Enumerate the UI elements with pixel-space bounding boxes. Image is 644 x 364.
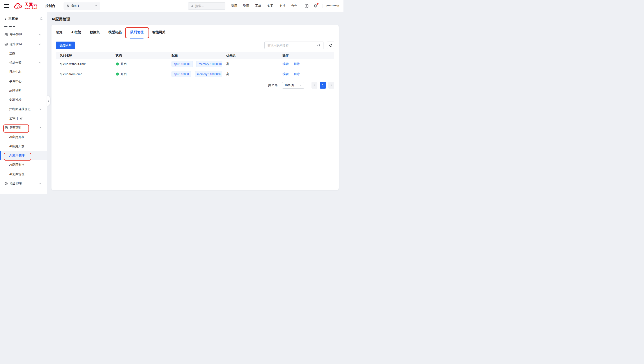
tab-overview[interactable]: 总览	[56, 25, 62, 38]
chevron-down-icon	[299, 84, 302, 87]
status-badge: 开启	[116, 62, 127, 66]
sidebar-item-label: AI套件管理	[9, 172, 24, 176]
svg-text:?: ?	[306, 5, 307, 7]
chevron-down-icon	[39, 108, 42, 111]
nav-item-filing[interactable]: 备案	[267, 4, 273, 8]
edit-link[interactable]: 编辑	[283, 62, 289, 66]
sidebar-item-label: 日志中心	[9, 70, 22, 74]
tab-model-artifacts[interactable]: 模型制品	[108, 25, 122, 38]
security-grid-icon	[5, 33, 8, 36]
sidebar-item-hybrid-deployment[interactable]: 混合部署	[0, 179, 47, 188]
main-content: AI应用管理 总览 AI框架 数据集 模型制品 队列管理 智能网关 创建队列	[47, 12, 343, 194]
sidebar-back-button[interactable]: 主菜单	[4, 16, 18, 21]
delete-link[interactable]: 删除	[294, 72, 300, 76]
username[interactable]: z********n	[326, 4, 339, 8]
console-link[interactable]: 控制台	[45, 4, 55, 8]
sidebar-item-log-center[interactable]: 日志中心	[0, 68, 47, 77]
quota-tag-memory: memory : 100000G	[196, 61, 222, 67]
next-page-button[interactable]	[328, 82, 334, 88]
nav-item-tickets[interactable]: 工单	[255, 4, 261, 8]
global-search[interactable]	[188, 2, 226, 10]
tab-ai-framework[interactable]: AI框架	[71, 25, 81, 38]
status-text: 开启	[120, 62, 127, 66]
sidebar-item-label: AI应用开发	[9, 144, 24, 148]
queue-table: 队列名称 状态 配额 优先级 操作 queue-without-limit 开启…	[56, 52, 334, 79]
col-status: 状态	[112, 54, 168, 58]
region-label: 华东1	[71, 4, 79, 8]
sidebar-item-ai-app-list[interactable]: AI应用列表	[0, 132, 47, 142]
hamburger-menu-icon[interactable]	[4, 4, 9, 8]
sidebar-item-metric-alerts[interactable]: 指标告警	[0, 58, 47, 68]
current-page-button[interactable]: 1	[320, 82, 326, 88]
col-queue-name: 队列名称	[56, 54, 112, 58]
pagination-total: 共 2 条	[268, 83, 278, 87]
tab-dataset[interactable]: 数据集	[90, 25, 100, 38]
ai-suite-icon	[5, 126, 8, 130]
external-link-icon	[20, 117, 23, 120]
sidebar-item-monitoring[interactable]: 监控	[0, 49, 47, 58]
chevron-up-icon	[39, 126, 42, 129]
table-row: queue-from-cmd 开启 cpu : 10000 memory : 1…	[56, 69, 334, 79]
clipped-menu-item	[0, 25, 47, 28]
tab-bar: 总览 AI框架 数据集 模型制品 队列管理 智能网关	[56, 25, 334, 38]
sidebar-item-label: 智算套件	[10, 126, 22, 130]
refresh-button[interactable]	[327, 42, 334, 49]
nav-item-billing[interactable]: 费用	[231, 4, 237, 8]
sidebar-item-security-mgmt[interactable]: 安全管理	[0, 30, 47, 40]
table-row: queue-without-limit 开启 cpu : 100000 memo…	[56, 59, 334, 69]
sidebar-item-ai-app-mgmt[interactable]: AI应用管理	[0, 151, 47, 160]
tab-queue-mgmt[interactable]: 队列管理	[130, 25, 143, 38]
queue-search-button[interactable]	[314, 42, 324, 49]
priority: 高	[222, 62, 279, 66]
status-check-icon	[116, 62, 119, 66]
page-size-select[interactable]: 10条/页	[282, 82, 304, 88]
delete-link[interactable]: 删除	[294, 62, 300, 66]
sidebar-menu: 安全管理 运维管理 监控 指标告警 日志中心 事件中心 故障诊断 集群巡检 控制…	[0, 30, 47, 188]
sidebar-item-ai-suite-mgmt[interactable]: AI套件管理	[0, 170, 47, 179]
global-search-input[interactable]	[195, 4, 220, 8]
queue-search-input[interactable]	[265, 42, 314, 49]
sidebar-item-cluster-inspection[interactable]: 集群巡检	[0, 96, 47, 105]
cloud-logo-icon	[14, 2, 23, 10]
sidebar-item-label: 云审计	[9, 116, 19, 120]
chevron-down-icon	[39, 61, 42, 64]
status-badge: 开启	[116, 72, 127, 76]
sidebar-collapse-handle[interactable]	[47, 96, 50, 106]
brand-logo: 天翼云 State Cloud	[14, 2, 38, 10]
sidebar-item-control-plane-spec[interactable]: 控制面规格变更	[0, 104, 47, 114]
sidebar-item-ops-mgmt[interactable]: 运维管理	[0, 40, 47, 49]
tab-label: 队列管理	[130, 30, 143, 34]
priority: 高	[222, 72, 279, 76]
sidebar-search-icon[interactable]	[40, 17, 43, 20]
sidebar-item-ai-suite[interactable]: 智算套件	[0, 123, 47, 132]
help-icon[interactable]: ?	[304, 4, 309, 8]
sidebar-item-cloud-audit[interactable]: 云审计	[0, 114, 47, 124]
sidebar-item-event-center[interactable]: 事件中心	[0, 77, 47, 86]
status-check-icon	[116, 72, 119, 76]
nav-item-support[interactable]: 支持	[279, 4, 285, 8]
topbar-divider	[322, 4, 322, 8]
sidebar-item-ai-app-dev[interactable]: AI应用开发	[0, 142, 47, 151]
sidebar-item-label: 控制面规格变更	[9, 107, 31, 111]
sidebar-item-fault-diagnosis[interactable]: 故障诊断	[0, 86, 47, 96]
prev-page-button[interactable]	[311, 82, 317, 88]
nav-item-resources[interactable]: 资源	[243, 4, 249, 8]
sidebar-item-label: AI应用管理	[9, 154, 25, 158]
edit-link[interactable]: 编辑	[283, 72, 289, 76]
notification-bell-icon[interactable]	[313, 4, 318, 8]
region-selector[interactable]: 华东1	[64, 2, 100, 10]
cube-icon	[5, 182, 8, 185]
topbar: 天翼云 State Cloud 控制台 华东1 费用 资源 工单 备案	[0, 0, 343, 12]
sidebar: 主菜单 安全管理 运维管理 监控 指标告警 日	[0, 12, 47, 194]
chevron-down-icon	[39, 182, 42, 185]
nav-item-cooperation[interactable]: 合作	[291, 4, 297, 8]
tab-smart-gateway[interactable]: 智能网关	[152, 25, 165, 38]
sidebar-item-label: 指标告警	[9, 61, 22, 65]
chevron-down-icon	[39, 33, 42, 36]
sidebar-item-label: 监控	[9, 52, 15, 55]
sidebar-item-ai-app-monitoring[interactable]: AI应用监控	[0, 160, 47, 170]
create-queue-button[interactable]: 创建队列	[56, 42, 75, 49]
page-title: AI应用管理	[52, 16, 343, 22]
queue-name: queue-without-limit	[56, 62, 112, 66]
quota-tag-cpu: cpu : 100000	[171, 61, 193, 67]
